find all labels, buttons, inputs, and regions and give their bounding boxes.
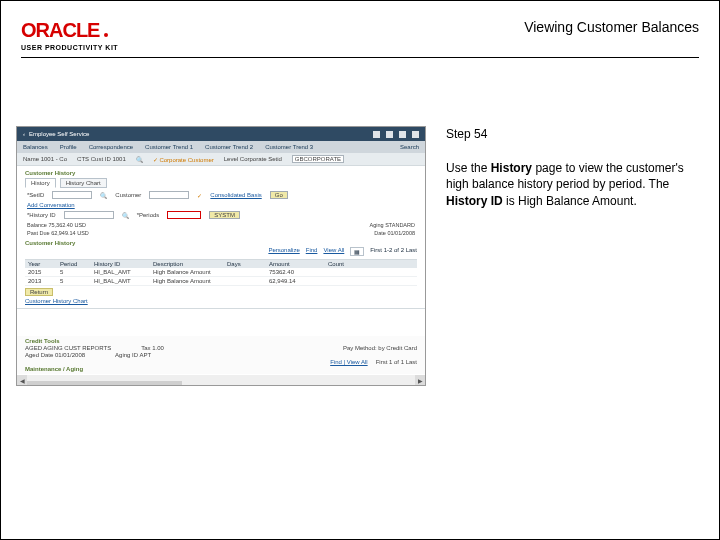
lookup-icon[interactable]: 🔍: [136, 156, 143, 163]
step-label: Step 54: [446, 126, 704, 142]
history-table: Year Period History ID Description Days …: [25, 259, 417, 286]
credit-tools-label: Credit Tools: [25, 338, 60, 344]
home-icon[interactable]: [373, 131, 380, 138]
findview-link[interactable]: Find | View All: [330, 359, 367, 365]
add-conversation-link[interactable]: Add Conversation: [27, 202, 75, 208]
body: ‹ Employee Self Service Balances Profile…: [16, 126, 704, 386]
viewall-link[interactable]: View All: [323, 247, 344, 256]
setid-input[interactable]: [52, 191, 92, 199]
cell: High Balance Amount: [153, 278, 223, 284]
pastdue-cur: USD: [77, 230, 89, 236]
screenshot-column: ‹ Employee Self Service Balances Profile…: [16, 126, 426, 386]
brand-word: ORACLE: [21, 19, 99, 42]
customer-label: Customer: [115, 192, 141, 198]
name-label: Name: [23, 156, 39, 162]
consolidated-link[interactable]: Consolidated Basis: [210, 192, 261, 198]
pastdue-label: Past Due: [27, 230, 50, 236]
tab-trend2[interactable]: Customer Trend 2: [205, 144, 253, 150]
historyid-input[interactable]: [64, 211, 114, 219]
col-period: Period: [60, 261, 90, 267]
table-row[interactable]: 2013 5 HI_BAL_AMT High Balance Amount 62…: [25, 277, 417, 286]
status-value: Corporate Customer: [159, 157, 213, 163]
brand-dot-icon: [104, 33, 108, 37]
section-customer-history-2: Customer History: [25, 240, 417, 246]
gear-icon[interactable]: [412, 131, 419, 138]
personalize-link[interactable]: Personalize: [268, 247, 299, 256]
ss-titlebar: ‹ Employee Self Service: [17, 127, 425, 141]
periods-input[interactable]: [167, 211, 201, 219]
history-chart-link[interactable]: Customer History Chart: [25, 298, 88, 304]
header: ORACLE USER PRODUCTIVITY KIT Viewing Cus…: [21, 19, 699, 58]
lookup-icon[interactable]: 🔍: [122, 212, 129, 219]
scroll-right-icon[interactable]: ▶: [415, 375, 425, 385]
col-amount: Amount: [269, 261, 324, 267]
pastdue-value: 62,949.14: [51, 230, 75, 236]
ss-form-row1: *SetID 🔍 Customer ✓ Consolidated Basis G…: [27, 191, 415, 199]
aging-label: Aging: [370, 222, 384, 228]
lookup-icon[interactable]: 🔍: [100, 192, 107, 199]
cell: [328, 278, 358, 284]
periods-label: *Periods: [137, 212, 160, 218]
name-value: 1001 - Co: [41, 156, 67, 162]
subtab-history-chart[interactable]: History Chart: [60, 178, 107, 188]
ss-subtabs: History History Chart: [25, 178, 417, 188]
return-button[interactable]: Return: [25, 288, 53, 296]
tab-profile[interactable]: Profile: [60, 144, 77, 150]
table-row[interactable]: 2015 5 HI_BAL_AMT High Balance Amount 75…: [25, 268, 417, 277]
unit-value[interactable]: GBCORPORATE: [295, 156, 341, 162]
aradm-value: AGED AGING CUST REPORTS: [25, 345, 111, 351]
date-label: Date: [374, 230, 386, 236]
page: ORACLE USER PRODUCTIVITY KIT Viewing Cus…: [0, 0, 720, 540]
paymethod-value: Pay Method: by Credit Card: [343, 345, 417, 351]
grid-icon[interactable]: ▦: [350, 247, 364, 256]
agingid-value: APT: [139, 352, 151, 358]
subtab-history[interactable]: History: [25, 178, 56, 188]
flag-icon[interactable]: [386, 131, 393, 138]
cell: 2013: [28, 278, 56, 284]
tab-trend3[interactable]: Customer Trend 3: [265, 144, 313, 150]
horizontal-scrollbar[interactable]: ◀ ▶: [17, 375, 425, 385]
go-button[interactable]: Go: [270, 191, 288, 199]
balance-value: 75,362.40: [48, 222, 72, 228]
tab-trend1[interactable]: Customer Trend 1: [145, 144, 193, 150]
historyid-label: *History ID: [27, 212, 56, 218]
systm-button[interactable]: SYSTM: [209, 211, 240, 219]
ss-form-row2: *History ID 🔍 *Periods SYSTM: [27, 211, 415, 219]
cell: [328, 269, 358, 275]
header-divider: [21, 57, 699, 58]
ss-footer: Credit Tools AGED AGING CUST REPORTS Tax…: [17, 336, 425, 374]
maintenance-label: Maintenance / Aging: [25, 366, 417, 372]
balance-cur: USD: [74, 222, 86, 228]
aging-value: STANDARD: [385, 222, 415, 228]
chart-link-row: Customer History Chart: [25, 298, 417, 304]
instruction-column: Step 54 Use the History page to view the…: [446, 126, 704, 386]
level-label: Level: [224, 156, 238, 162]
tab-balances[interactable]: Balances: [23, 144, 48, 150]
custid-label: CTS Cust ID: [77, 156, 111, 162]
setid-label: *SetID: [27, 192, 44, 198]
cell: 5: [60, 269, 90, 275]
cell: HI_BAL_AMT: [94, 278, 149, 284]
find-link[interactable]: Find: [306, 247, 318, 256]
instruction-text: Use the History page to view the custome…: [446, 160, 704, 209]
cell: [227, 269, 265, 275]
scroll-thumb[interactable]: [27, 381, 182, 386]
ageddate-label: Aged Date: [25, 352, 53, 358]
tax-value: 1.00: [152, 345, 164, 351]
cell: 2015: [28, 269, 56, 275]
cell: [227, 278, 265, 284]
instr-bold-history: History: [491, 161, 532, 175]
tax-label: Tax: [141, 345, 150, 351]
ss-nav-tabs: Balances Profile Correspondence Customer…: [17, 141, 425, 153]
balance-label: Balance: [27, 222, 47, 228]
ss-chevron-icon: ‹: [23, 131, 25, 137]
customer-input[interactable]: [149, 191, 189, 199]
doc-title: Viewing Customer Balances: [524, 19, 699, 35]
scroll-left-icon[interactable]: ◀: [17, 375, 27, 385]
custid-value: 1001: [112, 156, 125, 162]
ss-pager: Personalize Find View All ▦ First 1-2 of…: [25, 247, 417, 256]
app-screenshot: ‹ Employee Self Service Balances Profile…: [16, 126, 426, 386]
tab-correspondence[interactable]: Correspondence: [89, 144, 133, 150]
search-label[interactable]: Search: [400, 144, 419, 150]
menu-icon[interactable]: [399, 131, 406, 138]
